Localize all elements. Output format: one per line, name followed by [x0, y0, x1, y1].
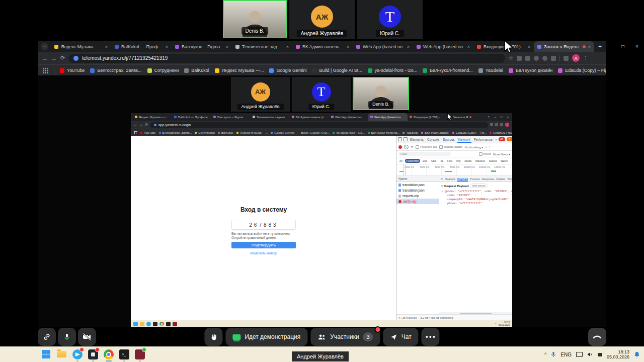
more-filters-button[interactable]: More filters — [493, 152, 510, 156]
headset-icon[interactable] — [598, 353, 602, 356]
filter-chip[interactable]: Doc — [421, 159, 429, 163]
language-indicator[interactable]: ENG — [560, 352, 572, 357]
tab-close-icon[interactable] — [105, 44, 108, 49]
filter-chip[interactable]: Other — [510, 159, 512, 163]
participants-button[interactable]: Участники 3 — [310, 328, 380, 346]
detail-tab[interactable]: Preview — [470, 176, 480, 182]
maximize-button[interactable] — [501, 116, 503, 119]
filter-chip[interactable]: JS — [439, 159, 445, 163]
inspect-icon[interactable] — [398, 137, 402, 141]
detail-tab[interactable]: Timing — [507, 176, 512, 182]
horizontal-scrollbar[interactable] — [439, 312, 512, 314]
bookmark-star-icon[interactable] — [509, 55, 513, 61]
address-bar[interactable]: app.yasdelal.ru/login — [150, 122, 488, 128]
filter-chip[interactable]: All — [398, 159, 404, 163]
devtools-tab[interactable]: Sources — [442, 136, 456, 143]
bookmark-item[interactable]: Бал кукол дизайн — [421, 131, 449, 134]
filter-chip[interactable]: Wasm — [499, 159, 509, 163]
bookmark-item[interactable]: Google Gemini — [271, 131, 294, 134]
bookmark-item[interactable]: Build | Google AI St... — [297, 131, 330, 134]
throttling-select[interactable]: No throttling — [464, 145, 483, 149]
import-har-icon[interactable] — [485, 145, 487, 148]
browser-tab[interactable]: Web App (based on — [353, 41, 413, 52]
extension-icon[interactable] — [495, 123, 498, 126]
speaker-icon[interactable] — [587, 352, 593, 357]
detail-tab[interactable]: Headers — [445, 176, 455, 182]
bookmark-item[interactable]: ya-sdelal-front - Go... — [333, 131, 364, 134]
media-controls-icon[interactable] — [564, 56, 569, 61]
camera-off-button[interactable] — [78, 328, 96, 346]
new-tab-button[interactable] — [488, 115, 490, 119]
apps-grid-icon[interactable] — [43, 68, 48, 73]
profile-avatar[interactable]: A — [572, 54, 580, 62]
tab-close-icon[interactable] — [286, 44, 289, 49]
browser-tab[interactable]: Web App (based on — [413, 41, 473, 52]
detail-tab[interactable]: Initiator — [496, 176, 505, 182]
bookmark-item[interactable]: YaSdelal — [403, 131, 418, 134]
browser-menu-icon[interactable] — [583, 55, 588, 61]
filter-chip[interactable]: Img — [455, 159, 462, 163]
cast-icon[interactable] — [576, 352, 583, 357]
request-row[interactable]: request-otp — [396, 193, 439, 199]
forward-button[interactable] — [51, 55, 57, 61]
address-bar[interactable]: telemost.yandex.ru/j/77121925421319 — [68, 54, 505, 63]
back-button[interactable]: ← — [134, 123, 137, 127]
close-detail-icon[interactable] — [441, 177, 443, 180]
tab-close-icon[interactable] — [407, 44, 410, 49]
participant-tile-yuri[interactable]: T Юрий С. — [357, 0, 423, 39]
app-icon[interactable] — [173, 322, 177, 326]
bookmark-item[interactable]: Бал-кукол-frontend... — [368, 131, 400, 134]
record-button[interactable] — [398, 145, 402, 149]
new-tab-button[interactable] — [598, 43, 602, 50]
bookmark-item[interactable]: Белгосстрах. Заявк... — [159, 131, 192, 134]
forward-button[interactable]: → — [139, 123, 143, 127]
close-button[interactable] — [630, 41, 644, 52]
otp-input[interactable]: 267883 — [231, 220, 296, 230]
export-har-icon[interactable] — [489, 145, 490, 148]
extension-icon[interactable] — [534, 56, 539, 61]
filter-chip[interactable]: Fetch/XHR — [405, 159, 420, 163]
explorer-button[interactable] — [56, 348, 67, 360]
bookmark-item[interactable]: ya-sdelal-front - Go... — [368, 68, 418, 73]
extension-icon[interactable] — [525, 56, 530, 61]
extension-icon[interactable] — [500, 123, 503, 126]
browser-tab[interactable]: БК Админ панель (п — [292, 41, 353, 52]
raise-hand-button[interactable] — [204, 328, 222, 346]
extension-icon[interactable] — [542, 56, 547, 61]
filter-icon[interactable] — [411, 146, 414, 148]
reload-button[interactable] — [60, 55, 65, 61]
shared-browser-tab[interactable]: Web App (based on — [329, 113, 368, 121]
bookmark-item[interactable]: Build | Google AI St... — [312, 68, 362, 73]
participant-tile-andrey[interactable]: АЖ Андрей Журавлёв — [231, 77, 290, 112]
expand-icon[interactable] — [441, 184, 443, 188]
tab-search-button[interactable] — [41, 43, 48, 50]
bookmark-item[interactable]: BalKukol — [218, 131, 233, 134]
browser-tab[interactable]: Звонок в Яндекс — [534, 41, 594, 52]
copy-link-button[interactable] — [38, 328, 56, 346]
extension-icon[interactable] — [490, 123, 493, 126]
minimize-button[interactable] — [602, 41, 616, 52]
close-button[interactable] — [507, 116, 509, 119]
bookmark-item[interactable]: Google Gemini — [269, 68, 306, 73]
back-button[interactable] — [42, 55, 48, 61]
participant-video-denis[interactable]: Denis B. — [353, 77, 409, 110]
bookmark-item[interactable]: EdaEda (Copy) – Fig... — [558, 68, 606, 73]
network-timeline[interactable]: 2000 ms 4000 ms 6000 ms 8000 ms 10000 ms… — [396, 164, 512, 176]
browser-tab[interactable]: Техническое задани — [232, 41, 292, 52]
microphone-button[interactable] — [58, 328, 76, 346]
app-button[interactable] — [134, 348, 145, 360]
start-button[interactable] — [133, 322, 138, 326]
request-row[interactable]: translation.json — [396, 182, 439, 188]
detail-tab[interactable]: Response — [482, 176, 495, 182]
tab-close-icon[interactable] — [347, 44, 349, 49]
name-column-header[interactable]: Name — [396, 176, 439, 182]
view-source-button[interactable]: view source — [470, 184, 487, 188]
shared-browser-tab[interactable]: Бал кукол – Figma — [211, 113, 251, 121]
extensions-puzzle-icon[interactable] — [551, 56, 556, 61]
browser-tab[interactable]: Яндекс Музыка — с — [51, 41, 111, 52]
bookmark-item[interactable]: YaSdelal — [478, 68, 503, 73]
tab-close-icon[interactable] — [166, 44, 168, 49]
invert-checkbox[interactable]: Invert — [479, 152, 491, 156]
profile-avatar[interactable] — [505, 123, 509, 127]
shared-browser-tab[interactable]: Web App (based on — [368, 113, 408, 121]
